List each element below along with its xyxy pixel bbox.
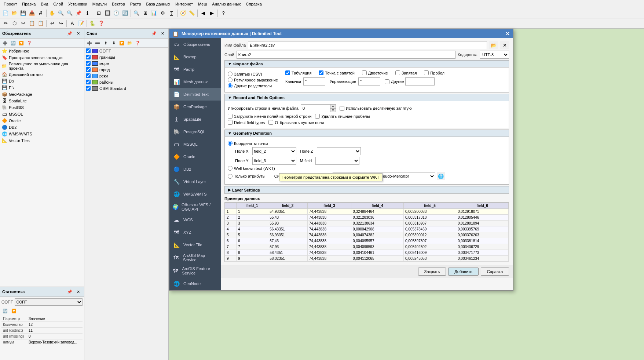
ds-item-delimited[interactable]: 📄 Delimited Text [169,88,221,101]
layer-item-rivers[interactable]: реки [84,73,168,79]
settings-gear-btn[interactable]: ⚙ [159,9,167,17]
menu-edit[interactable]: Правка [20,1,38,7]
ds-item-wfs[interactable]: 🌍 Объекты WFS / OGC API [169,200,221,214]
layername-input[interactable] [237,51,455,59]
print-btn[interactable]: 🖨 [37,9,45,17]
ignore-up-btn[interactable]: ▲ [330,104,336,108]
record-fields-header[interactable]: ▼ Record and Fields Options [225,94,509,101]
layer-rivers-check[interactable] [86,73,91,78]
ignore-input[interactable] [301,104,330,112]
quotes-input[interactable] [303,77,325,86]
ds-item-arcgis-map[interactable]: 🗺 ArcGIS Map Service [169,251,221,264]
tree-item-wms[interactable]: 🌐 WMS/WMTS [0,131,84,137]
cut-btn[interactable]: ✂ [19,19,27,28]
layers-up-btn[interactable]: ⬆ [102,39,109,47]
tree-item-bookmarks[interactable]: 🔖 Пространственные закладки [0,54,84,61]
menu-vector[interactable]: Вектор [110,1,127,7]
cb-semicolon-input[interactable] [319,70,323,75]
refresh-btn[interactable]: 🔄 [121,9,129,17]
browser-refresh-btn[interactable]: 🔄 [10,39,17,47]
cb-space-input[interactable] [424,70,429,75]
layer-item-boundaries[interactable]: границы [84,54,168,60]
tree-item-vector-tiles[interactable]: 📐 Vector Tiles [0,137,84,144]
layer-oopt-check[interactable] [86,48,91,53]
scale-btn[interactable]: 📏 [188,9,196,17]
ds-item-oracle[interactable]: 🔶 Oracle [169,150,221,163]
geometry-header[interactable]: ▼ Geometry Definition [225,130,509,137]
layer-boundaries-check[interactable] [86,55,91,59]
layers-down-btn[interactable]: ⬇ [110,39,117,47]
ds-item-db2[interactable]: 🔵 DB2 [169,163,221,175]
tree-item-oracle[interactable]: 🔶 Oracle [0,117,84,124]
discard-empty-cb[interactable] [268,120,273,125]
layers-close-btn[interactable]: ✕ [159,30,166,37]
menu-view[interactable]: Вид [39,1,50,7]
layer-sea-check[interactable] [86,61,91,66]
ds-item-raster[interactable]: 🗺 Растр [169,63,221,76]
ds-item-mssql[interactable]: 🗃 MSSQL [169,138,221,150]
filename-browse-btn[interactable]: 📂 [489,41,498,49]
browser-collapse-btn[interactable]: ❓ [26,39,33,47]
save-as-btn[interactable]: 📥 [28,9,36,17]
tree-item-db2[interactable]: 🔵 DB2 [0,124,84,131]
ds-item-xyz[interactable]: 🗺 XYZ [169,226,221,239]
field-m-select[interactable] [315,157,359,165]
layer-item-sea[interactable]: море [84,60,168,66]
select-btn[interactable]: 📌 [74,9,83,17]
radio-csv-input[interactable] [228,72,233,76]
zoom-layer-btn[interactable]: 🔲 [103,9,111,17]
stats-pin-btn[interactable]: 📌 [66,288,73,295]
identify-btn[interactable]: ℹ [83,9,91,17]
ds-item-wcs[interactable]: ☁ WCS [169,214,221,226]
ds-item-browser[interactable]: 🗂 Обозреватель [169,38,221,51]
stats-layer-select[interactable]: ООПТ [15,298,83,306]
tree-item-postgis[interactable]: 🐘 PostGIS [0,104,84,111]
control-input[interactable] [358,77,380,86]
stats-refresh-btn[interactable]: 🔄 [1,307,9,314]
paste-btn[interactable]: 📋 [37,19,45,28]
tree-item-spatialite[interactable]: 🗄 SpatiaLite [0,98,84,104]
layers-filter-btn[interactable]: 🔽 [118,39,125,47]
copy-btn[interactable]: 📋 [28,19,36,28]
ds-item-geopkg[interactable]: 📦 GeoPackage [169,101,221,113]
zoom-ctrl-btn[interactable]: 🔍 [132,9,140,17]
zoom-out-btn[interactable]: 🔍 [66,9,74,17]
close-btn[interactable]: Закрыть [418,268,446,276]
menu-internet[interactable]: Интернет [173,1,195,7]
layer-item-city[interactable]: город [84,66,168,73]
zoom-in-btn[interactable]: 🔍 [57,9,65,17]
menu-layer[interactable]: Слой [51,1,65,7]
clock-btn[interactable]: 🕐 [112,9,120,17]
browser-close-btn[interactable]: ✕ [74,30,82,37]
cb-tab-input[interactable] [285,70,290,75]
radio-other-input[interactable] [228,83,233,88]
field-y-select[interactable]: field_3 [252,157,296,165]
ds-item-pg[interactable]: 🐘 PostgreSQL [169,126,221,138]
label-btn[interactable]: A [68,19,76,28]
layers-pin-btn[interactable]: 📌 [150,30,158,37]
field-z-select[interactable] [317,147,361,155]
radio-wkt-input[interactable] [228,166,233,171]
menu-raster[interactable]: Растр [128,1,143,7]
tree-item-default[interactable]: 📁 Размещение по умолчанию для проекта [0,61,84,71]
layer-item-osm[interactable]: OSM Standard [84,85,168,91]
browser-pin-btn[interactable]: 📌 [66,30,73,37]
filename-input[interactable] [248,41,487,49]
tree-item-home[interactable]: 🏠 Домашний каталог [0,71,84,78]
ignore-down-btn[interactable]: ▼ [330,108,336,112]
open-btn[interactable]: 📂 [10,9,18,17]
radio-coords-input[interactable] [228,141,233,146]
ds-item-geonode[interactable]: 🌐 GeoNode [169,277,221,290]
field-x-select[interactable]: field_2 [252,147,296,155]
browser-filter-btn[interactable]: 🔽 [18,39,25,47]
layers-add-btn[interactable]: ➕ [86,39,93,47]
layer-mgr-btn[interactable]: 📊 [150,9,158,17]
filename-clear-btn[interactable]: ✕ [500,41,509,49]
layers-help-btn[interactable]: ❓ [134,39,142,47]
tree-item-geopackage[interactable]: 📦 GeoPackage [0,91,84,98]
tree-item-mssql[interactable]: 🗃 MSSQL [0,111,84,117]
decimal-comma-cb[interactable] [340,106,344,111]
ds-item-wmswmts[interactable]: 🌐 WMS/WMTS [169,188,221,200]
ds-item-mesh[interactable]: 📊 Mesh данные [169,76,221,88]
layer-osm-check[interactable] [86,86,91,91]
